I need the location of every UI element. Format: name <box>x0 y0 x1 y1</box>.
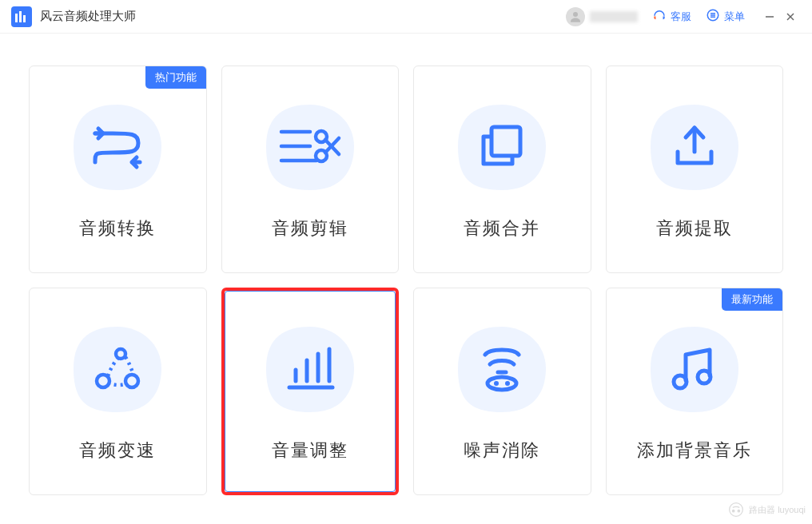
card-label: 音量调整 <box>272 439 348 462</box>
menu-button[interactable]: 菜单 <box>706 8 745 25</box>
card-label: 音频转换 <box>79 216 156 240</box>
app-title: 风云音频处理大师 <box>40 9 136 24</box>
speed-icon <box>66 320 169 416</box>
card-volume-adjust-highlight: 音量调整 <box>221 288 400 495</box>
menu-icon <box>706 8 720 25</box>
card-noise-reduce[interactable]: 噪声消除 <box>413 288 591 495</box>
support-button[interactable]: 客服 <box>652 8 691 25</box>
card-audio-extract[interactable]: 音频提取 <box>606 66 784 273</box>
card-audio-convert[interactable]: 热门功能 音频转换 <box>29 66 207 273</box>
svg-point-36 <box>738 510 740 512</box>
card-label: 音频提取 <box>656 216 733 240</box>
user-name[interactable] <box>590 11 638 22</box>
card-audio-merge[interactable]: 音频合并 <box>413 66 591 273</box>
card-audio-cut[interactable]: 音频剪辑 <box>221 66 400 273</box>
hot-badge: 热门功能 <box>145 66 206 89</box>
svg-point-30 <box>494 381 499 386</box>
svg-point-29 <box>488 377 516 390</box>
card-volume-adjust[interactable]: 音量调整 <box>225 291 396 492</box>
new-badge: 最新功能 <box>722 288 782 311</box>
svg-point-31 <box>505 381 510 386</box>
headset-icon <box>652 8 667 25</box>
svg-point-3 <box>573 12 578 17</box>
merge-icon <box>450 98 554 194</box>
menu-label: 菜单 <box>724 10 745 24</box>
card-audio-speed[interactable]: 音频变速 <box>29 288 207 495</box>
card-label: 噪声消除 <box>464 439 540 462</box>
svg-rect-2 <box>23 15 26 22</box>
card-label: 添加背景音乐 <box>637 439 752 462</box>
svg-rect-0 <box>15 14 18 22</box>
noise-icon <box>450 320 554 416</box>
watermark-text: 路由器 luyouqi <box>749 504 806 516</box>
card-label: 音频合并 <box>464 216 540 240</box>
titlebar: 风云音频处理大师 客服 菜单 <box>0 0 812 34</box>
svg-rect-18 <box>492 127 520 156</box>
user-avatar-icon[interactable] <box>566 7 585 26</box>
svg-point-33 <box>698 371 710 383</box>
card-label: 音频变速 <box>79 439 156 462</box>
volume-icon <box>258 320 362 416</box>
app-logo-icon <box>11 6 32 27</box>
extract-icon <box>643 98 746 194</box>
svg-rect-1 <box>19 11 22 22</box>
cut-icon <box>258 98 362 194</box>
svg-point-32 <box>674 375 687 388</box>
music-icon <box>643 320 746 416</box>
minimize-button[interactable] <box>759 6 780 27</box>
support-label: 客服 <box>671 10 691 24</box>
watermark: 路由器 luyouqi <box>728 502 806 518</box>
svg-point-21 <box>125 375 138 387</box>
svg-point-34 <box>730 503 743 517</box>
card-add-bgm[interactable]: 最新功能 添加背景音乐 <box>606 288 784 495</box>
feature-grid: 热门功能 音频转换 音频剪辑 <box>0 34 812 511</box>
close-button[interactable] <box>780 6 801 27</box>
svg-point-20 <box>97 375 109 387</box>
convert-icon <box>66 98 169 194</box>
svg-point-35 <box>732 510 734 512</box>
card-label: 音频剪辑 <box>272 216 348 240</box>
